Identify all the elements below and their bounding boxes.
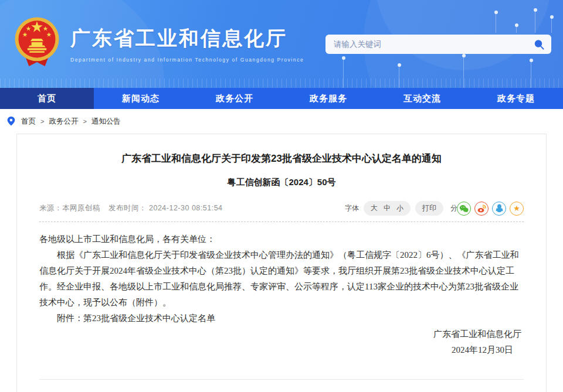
main-nav: 首页 新闻动态 政务公开 政务服务 互动交流 政务专题	[0, 88, 563, 109]
attachment-divider	[39, 379, 524, 380]
nav-item-special-topics[interactable]: 政务专题	[469, 88, 563, 109]
qq-share-icon[interactable]	[492, 202, 506, 216]
signature-org: 广东省工业和信息化厅	[39, 326, 524, 342]
breadcrumb: 首页 > 政务公开 > 通知公告	[0, 109, 563, 134]
article-meta: 来源：本网原创稿发布时间： 2024-12-30 08:51:54	[39, 203, 223, 213]
font-size-medium-button[interactable]: 中	[384, 203, 391, 213]
publish-time-label: 发布时间：	[108, 204, 147, 212]
site-subtitle-en: Department of Industry and Information T…	[70, 57, 304, 63]
site-header: 广东省工业和信息化厅 Department of Industry and In…	[0, 0, 563, 88]
document-number: 粤工信创新函〔2024〕50号	[39, 177, 524, 188]
nav-item-home[interactable]: 首页	[0, 88, 94, 109]
publish-time-value: 2024-12-30 08:51:54	[149, 204, 223, 212]
print-button[interactable]: 打印	[415, 201, 443, 216]
search-icon	[533, 38, 545, 51]
breadcrumb-gov-disclosure[interactable]: 政务公开	[49, 117, 78, 127]
font-size-switcher: 大 中 小	[364, 201, 411, 216]
breadcrumb-separator: >	[40, 118, 44, 125]
nav-item-interaction[interactable]: 互动交流	[375, 88, 469, 109]
font-size-small-button[interactable]: 小	[396, 203, 403, 213]
source-value: 本网原创稿	[62, 204, 100, 212]
font-size-large-button[interactable]: 大	[371, 203, 378, 213]
location-pin-icon	[7, 117, 15, 126]
article-container: 广东省工业和信息化厅关于印发第23批省级企业技术中心认定名单的通知 粤工信创新函…	[16, 134, 547, 392]
signature-date: 2024年12月30日	[39, 342, 524, 358]
article-toolbar: 字体 大 中 小 打印 分享	[345, 201, 524, 216]
wechat-share-icon[interactable]	[457, 202, 471, 216]
body-paragraph: 附件：第23批省级企业技术中心认定名单	[39, 311, 524, 326]
site-title[interactable]: 广东省工业和信息化厅	[70, 25, 304, 52]
nav-item-news[interactable]: 新闻动态	[94, 88, 188, 109]
weibo-share-icon[interactable]	[474, 202, 489, 216]
article-title: 广东省工业和信息化厅关于印发第23批省级企业技术中心认定名单的通知	[39, 152, 524, 165]
search-bar	[325, 35, 551, 54]
nav-item-gov-services[interactable]: 政务服务	[282, 88, 375, 109]
font-size-label: 字体	[345, 203, 359, 213]
breadcrumb-notices[interactable]: 通知公告	[91, 117, 121, 127]
article-meta-row: 来源：本网原创稿发布时间： 2024-12-30 08:51:54 字体 大 中…	[39, 201, 524, 222]
national-emblem	[12, 15, 62, 69]
qzone-share-icon[interactable]: ★	[510, 202, 524, 216]
source-label: 来源：	[39, 204, 62, 212]
body-paragraph: 各地级以上市工业和信息化局，各有关单位：	[39, 231, 524, 247]
nav-item-gov-disclosure[interactable]: 政务公开	[188, 88, 282, 109]
body-paragraph: 根据《广东工业和信息化厅关于印发省级企业技术中心管理办法的通知》（粤工信规字〔2…	[39, 247, 524, 311]
search-input[interactable]	[334, 40, 533, 49]
article-body: 各地级以上市工业和信息化局，各有关单位： 根据《广东工业和信息化厅关于印发省级企…	[39, 231, 524, 358]
search-button[interactable]	[533, 38, 545, 51]
breadcrumb-home[interactable]: 首页	[21, 117, 36, 127]
breadcrumb-separator: >	[83, 118, 86, 125]
share-icons: ★	[457, 202, 524, 216]
